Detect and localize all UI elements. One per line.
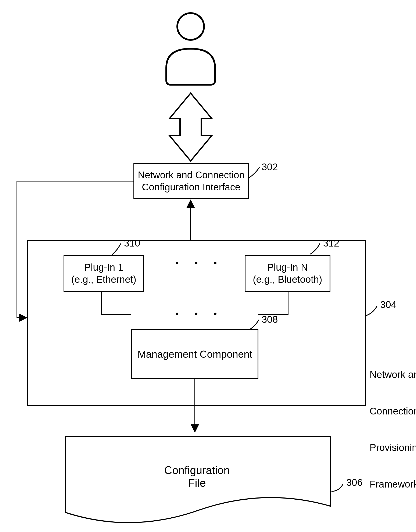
pluginN-line2: (e.g., Bluetooth) xyxy=(253,273,322,286)
ref-306-leader xyxy=(331,484,343,491)
diagram-svg xyxy=(0,0,416,532)
config-file-text: Configuration File xyxy=(155,464,239,489)
bidirectional-arrow-icon xyxy=(170,93,212,161)
framework-caption-l3: Provisioning xyxy=(370,442,416,454)
ellipsis-dot xyxy=(214,262,217,264)
ref-310-leader xyxy=(112,244,121,255)
pluginN-line1: Plug-In N xyxy=(253,261,322,274)
ref-312-leader xyxy=(310,244,320,254)
interface-line2: Configuration Interface xyxy=(138,181,245,193)
mgmt-box: Management Component xyxy=(131,329,258,379)
framework-caption-l4: Framework xyxy=(370,478,416,491)
pluginN-to-mgmt-connector xyxy=(258,292,288,314)
framework-caption-l1: Network and xyxy=(370,369,416,381)
framework-caption-l2: Connection xyxy=(370,405,416,418)
diagram-stage: Network and Connection Configuration Int… xyxy=(0,0,416,532)
mgmt-text: Management Component xyxy=(137,348,252,361)
ref-304-leader xyxy=(366,306,377,315)
plugin1-to-mgmt-connector xyxy=(102,292,131,314)
plugin1-line2: (e.g., Ethernet) xyxy=(71,273,136,286)
interface-box: Network and Connection Configuration Int… xyxy=(133,163,249,199)
ellipsis-dot xyxy=(176,262,178,264)
ref-306: 306 xyxy=(346,476,363,489)
pluginN-box: Plug-In N (e.g., Bluetooth) xyxy=(245,255,331,292)
ref-304: 304 xyxy=(380,299,397,311)
ellipsis-dot xyxy=(195,262,198,264)
ref-308: 308 xyxy=(262,314,278,326)
ref-312: 312 xyxy=(323,237,339,249)
ellipsis-dot xyxy=(214,313,217,315)
ref-310: 310 xyxy=(124,237,140,249)
interface-line1: Network and Connection xyxy=(138,169,245,181)
interface-to-framework-arrow xyxy=(17,181,133,318)
ref-308-leader xyxy=(249,320,259,330)
svg-point-0 xyxy=(177,13,204,40)
ellipsis-dot xyxy=(195,313,198,315)
ref-302-leader xyxy=(249,167,259,178)
plugin1-line1: Plug-In 1 xyxy=(71,261,136,274)
framework-caption: Network and Connection Provisioning Fram… xyxy=(370,344,416,515)
plugin1-box: Plug-In 1 (e.g., Ethernet) xyxy=(64,255,144,292)
user-icon xyxy=(166,13,215,85)
ellipsis-dot xyxy=(176,313,178,315)
ref-302: 302 xyxy=(262,161,278,173)
